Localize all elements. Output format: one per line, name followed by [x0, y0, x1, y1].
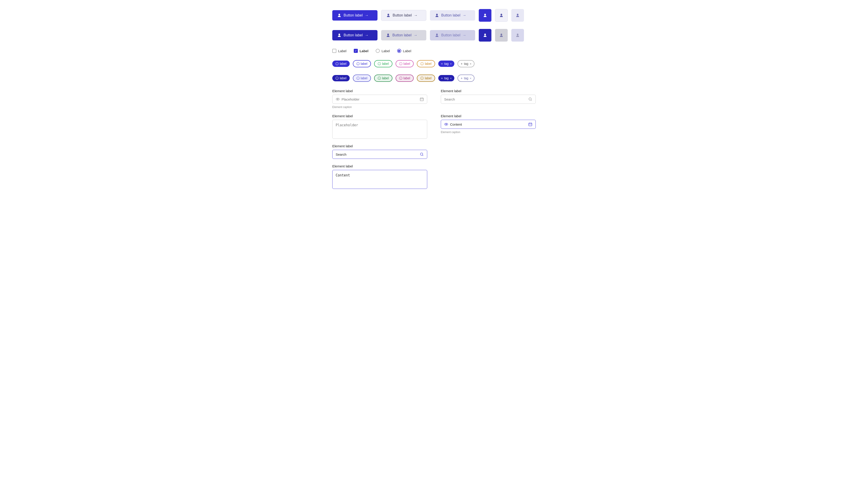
user-icon: [386, 33, 390, 37]
icon-button-light[interactable]: [511, 9, 524, 22]
svg-line-35: [423, 155, 423, 156]
search-field-1[interactable]: [441, 95, 536, 104]
form-group-4-label: Element label: [441, 114, 536, 118]
user-icon: [516, 33, 520, 37]
icon-button-light-dark[interactable]: [511, 29, 524, 41]
close-icon[interactable]: ×: [470, 62, 471, 66]
plus-icon: +: [461, 76, 463, 80]
form-controls-row: Label ✓ Label Label Label: [332, 49, 536, 53]
user-icon: [499, 33, 503, 37]
plus-icon: +: [441, 76, 443, 80]
checkbox-checked-label: Label: [360, 49, 368, 53]
info-icon: i: [378, 76, 381, 80]
button-primary-dark[interactable]: Button label →: [332, 30, 377, 40]
info-icon: i: [399, 76, 402, 80]
svg-line-27: [531, 100, 532, 101]
tag-outline[interactable]: + tag ×: [458, 60, 474, 67]
search-field-2[interactable]: [332, 150, 427, 159]
button-outline[interactable]: Button label →: [381, 10, 426, 21]
button-light-dark[interactable]: Button label →: [430, 30, 475, 40]
user-icon: [483, 13, 487, 18]
radio-circle-checked: [397, 49, 401, 53]
button-row-1: Button label → Button label → Button lab…: [332, 9, 536, 22]
user-icon: [435, 13, 439, 18]
svg-text:i: i: [422, 63, 422, 65]
search-input-1[interactable]: [444, 97, 526, 101]
svg-point-34: [421, 153, 423, 156]
checkbox-box-unchecked: [332, 49, 336, 53]
close-icon[interactable]: ×: [470, 76, 471, 80]
user-icon: [337, 13, 341, 18]
form-group-5: Element label: [332, 144, 427, 159]
info-icon: i: [336, 76, 339, 80]
calendar-icon[interactable]: [528, 122, 532, 126]
arrow-icon: →: [414, 13, 418, 18]
info-icon: i: [356, 62, 360, 65]
svg-rect-22: [420, 98, 423, 101]
tag-filled-dark[interactable]: + tag ×: [438, 75, 454, 81]
eye-icon: [444, 122, 448, 126]
radio-checked-label: Label: [403, 49, 411, 53]
info-icon: i: [399, 62, 402, 65]
button-light-dark-label: Button label: [441, 33, 460, 37]
plus-icon: +: [461, 62, 463, 66]
date-input-field-1[interactable]: [332, 95, 427, 104]
svg-rect-30: [529, 123, 532, 126]
badge-green-outline-dark: i label: [374, 74, 393, 82]
close-icon[interactable]: ×: [450, 62, 452, 66]
textarea-1[interactable]: [332, 120, 427, 139]
plus-icon: +: [441, 62, 443, 66]
form-group-1-caption: Element caption: [332, 105, 427, 109]
tag-outline-dark[interactable]: + tag ×: [458, 74, 474, 82]
button-primary-label: Button label: [344, 13, 363, 18]
checkbox-unchecked[interactable]: Label: [332, 49, 346, 53]
info-icon: i: [421, 62, 424, 65]
svg-text:i: i: [422, 77, 422, 79]
user-icon: [516, 13, 520, 18]
search-input-2[interactable]: [336, 153, 418, 156]
button-outline-dark[interactable]: Button label →: [381, 30, 426, 40]
info-icon: i: [421, 76, 424, 80]
date-input-field-2[interactable]: [441, 120, 536, 129]
icon-button-primary-dark[interactable]: [479, 29, 491, 41]
svg-text:i: i: [358, 77, 358, 79]
user-icon: [435, 33, 439, 37]
tag-filled[interactable]: + tag ×: [438, 61, 454, 67]
radio-circle-unchecked: [376, 49, 380, 53]
close-icon[interactable]: ×: [450, 76, 452, 80]
badge-blue-outline-dark: i label: [353, 74, 371, 82]
badge-green-outline: i label: [374, 60, 393, 67]
arrow-icon: →: [365, 33, 369, 37]
form-group-1-label: Element label: [332, 89, 427, 93]
button-row-2: Button label → Button label → Button lab…: [332, 29, 536, 41]
badge-blue-filled: i label: [332, 61, 350, 67]
icon-button-primary[interactable]: [479, 9, 491, 22]
calendar-icon[interactable]: [420, 97, 424, 101]
eye-icon: [336, 97, 340, 101]
svg-text:i: i: [401, 77, 401, 79]
button-primary[interactable]: Button label →: [332, 10, 377, 21]
form-group-3: Element label: [332, 114, 427, 139]
form-group-3-label: Element label: [332, 114, 427, 118]
checkbox-box-checked: ✓: [354, 49, 358, 53]
checkbox-unchecked-label: Label: [338, 49, 346, 53]
radio-checked[interactable]: Label: [397, 49, 411, 53]
radio-unchecked[interactable]: Label: [376, 49, 390, 53]
icon-button-outline[interactable]: [495, 9, 508, 22]
date-input-2[interactable]: [450, 123, 526, 126]
icon-button-outline-dark[interactable]: [495, 29, 508, 41]
form-group-2-label: Element label: [441, 89, 536, 93]
button-light[interactable]: Button label →: [430, 10, 475, 21]
textarea-2[interactable]: Content: [332, 170, 427, 189]
search-icon: [528, 97, 532, 101]
badge-orange-outline-dark: i label: [417, 74, 435, 82]
form-group-6: Element label Content: [332, 164, 427, 189]
button-primary-dark-label: Button label: [344, 33, 363, 37]
arrow-icon: →: [365, 13, 369, 18]
badge-orange-outline: i label: [417, 60, 435, 67]
checkbox-checked[interactable]: ✓ Label: [354, 49, 368, 53]
arrow-icon: →: [414, 33, 417, 37]
user-icon: [483, 33, 487, 37]
date-input-1[interactable]: [342, 97, 418, 101]
search-icon: [420, 152, 424, 156]
